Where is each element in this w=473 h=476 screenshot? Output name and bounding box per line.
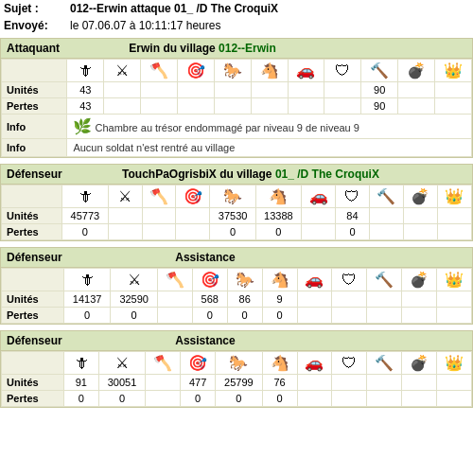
d3-pertes-5: 0: [262, 391, 297, 407]
defender2-pertes-row: Pertes 0 0 0 0 0: [2, 308, 472, 324]
d1-pertes-10: [437, 224, 471, 240]
d1-pertes-1: [108, 224, 142, 240]
defender2-units-row: Unités 14137 32590 568 86 9: [2, 291, 472, 308]
d1-icon-archer: 🎯: [176, 185, 210, 208]
d2-unit-2: [157, 291, 192, 308]
defender2-header: Défenseur Assistance: [1, 248, 472, 268]
d2-icon-axe: 🪓: [157, 269, 192, 291]
defender1-section: Défenseur TouchPaOgrisbiX du village 01_…: [0, 164, 473, 241]
defender1-units-row: Unités 45773 37530 13388 84: [2, 208, 472, 224]
defender3-label: Défenseur: [7, 334, 62, 347]
sujet-value: 012--Erwin attaque 01_ /D The CroquiX: [66, 0, 473, 17]
d3-icon-spy: 🐎: [216, 352, 263, 375]
attacker-unit-9: [398, 82, 435, 98]
d3-unit-4: 25799: [216, 375, 263, 391]
d3-unit-3: 477: [181, 375, 216, 391]
d3-icon-light: 🐴: [262, 352, 297, 375]
d1-unit-4: 37530: [210, 208, 255, 224]
d1-unit-2: [142, 208, 176, 224]
d1-unit-3: [176, 208, 210, 224]
info-label-2: Info: [2, 139, 67, 157]
d2-pertes-5: 0: [262, 308, 297, 324]
attacker-unit-1: [104, 82, 141, 98]
d1-icon-light: 🐴: [255, 185, 301, 208]
defender3-icon-row: 🗡 ⚔ 🪓 🎯 🐎 🐴 🚗 🛡 🔨 💣 👑: [2, 352, 472, 375]
attacker-pertes-5: [251, 98, 288, 115]
attacker-pertes-7: [324, 98, 361, 115]
defender2-table: 🗡 ⚔ 🪓 🎯 🐎 🐴 🚗 🛡 🔨 💣 👑 Unités 14137 32590…: [1, 268, 472, 324]
defender2-pertes-label: Pertes: [2, 308, 64, 324]
d2-icon-heavy: 🛡: [332, 269, 367, 291]
d1-pertes-2: [142, 224, 176, 240]
attacker-pertes-0: 43: [67, 98, 104, 115]
icon-catapult: 💣: [398, 60, 435, 82]
d1-unit-10: [437, 208, 471, 224]
d1-icon-spear: 🗡: [62, 185, 108, 208]
attacker-units-row: Unités 43 90: [2, 82, 472, 98]
sujet-label: Sujet :: [0, 0, 66, 17]
message-header: Sujet : 012--Erwin attaque 01_ /D The Cr…: [0, 0, 473, 34]
d2-pertes-9: [402, 308, 437, 324]
icon-marcher: 🚗: [288, 60, 324, 82]
icon-light: 🐴: [251, 60, 288, 82]
d1-icon-spy: 🐎: [210, 185, 255, 208]
icon-noble: 👑: [435, 60, 472, 82]
d2-unit-3: 568: [192, 291, 227, 308]
icon-spy: 🐎: [214, 60, 251, 82]
d3-pertes-0: 0: [63, 391, 98, 407]
d2-unit-1: 32590: [111, 291, 158, 308]
attacker-pertes-9: [398, 98, 435, 115]
icon-archer: 🎯: [177, 60, 214, 82]
d1-unit-7: 84: [336, 208, 370, 224]
d3-icon-marcher: 🚗: [297, 352, 332, 375]
defender2-assistance: Assistance: [175, 251, 235, 264]
icon-heavy: 🛡: [324, 60, 361, 82]
info-label-1: Info: [2, 115, 67, 139]
defender2-section: Défenseur Assistance 🗡 ⚔ 🪓 🎯 🐎 🐴 🚗 🛡 🔨 💣…: [0, 247, 473, 325]
defender2-label: Défenseur: [7, 251, 62, 264]
d3-unit-9: [402, 375, 437, 391]
d1-unit-0: 45773: [62, 208, 108, 224]
attacker-village: 012--Erwin: [219, 42, 276, 55]
attacker-pertes-4: [214, 98, 251, 115]
d2-pertes-8: [367, 308, 402, 324]
attacker-units-label: Unités: [2, 82, 67, 98]
defender3-table: 🗡 ⚔ 🪓 🎯 🐎 🐴 🚗 🛡 🔨 💣 👑 Unités 91 30051 47…: [1, 351, 472, 407]
attacker-info1-text: 🌿 Chambre au trésor endommagé par niveau…: [67, 115, 472, 139]
defender1-table: 🗡 ⚔ 🪓 🎯 🐎 🐴 🚗 🛡 🔨 💣 👑 Unités 45773 37530…: [1, 185, 472, 240]
defender1-units-label: Unités: [2, 208, 62, 224]
d1-unit-9: [403, 208, 437, 224]
attacker-pertes-8: 90: [361, 98, 398, 115]
defender1-header: Défenseur TouchPaOgrisbiX du village 01_…: [1, 165, 472, 185]
attacker-du-village: du village: [163, 42, 215, 55]
defender3-pertes-row: Pertes 0 0 0 0 0: [2, 391, 472, 407]
d2-pertes-10: [437, 308, 472, 324]
d2-unit-5: 9: [262, 291, 297, 308]
d3-unit-2: [146, 375, 181, 391]
d1-pertes-3: [176, 224, 210, 240]
attacker-unit-10: [435, 82, 472, 98]
d1-icon-noble: 👑: [437, 185, 471, 208]
d2-unit-4: 86: [227, 291, 262, 308]
attacker-unit-5: [251, 82, 288, 98]
d3-unit-10: [437, 375, 472, 391]
attacker-label: Attaquant: [7, 42, 60, 55]
d1-pertes-6: [302, 224, 336, 240]
d2-icon-ram: 🔨: [367, 269, 402, 291]
defender1-label: Défenseur: [7, 167, 62, 181]
attacker-unit-3: [177, 82, 214, 98]
d2-icon-catapult: 💣: [402, 269, 437, 291]
envoye-value: le 07.06.07 à 10:11:17 heures: [66, 17, 473, 34]
attacker-player: Erwin: [129, 42, 160, 55]
defender2-units-label: Unités: [2, 291, 64, 308]
d1-unit-6: [302, 208, 336, 224]
attacker-icon-row: 🗡 ⚔ 🪓 🎯 🐎 🐴 🚗 🛡 🔨 💣 👑: [2, 60, 472, 82]
d3-icon-heavy: 🛡: [332, 352, 367, 375]
d2-unit-8: [367, 291, 402, 308]
d1-pertes-5: 0: [255, 224, 301, 240]
d3-icon-archer: 🎯: [181, 352, 216, 375]
d2-unit-0: 14137: [63, 291, 111, 308]
attacker-unit-7: [324, 82, 361, 98]
defender1-pertes-label: Pertes: [2, 224, 62, 240]
d3-unit-1: 30051: [98, 375, 146, 391]
